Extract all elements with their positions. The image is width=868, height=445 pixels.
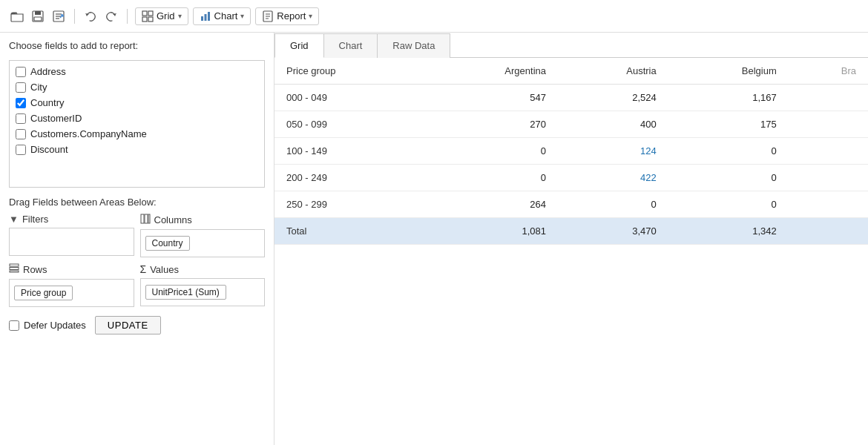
cell-100-149-bra (789, 138, 868, 165)
report-button[interactable]: Report ▾ (255, 7, 319, 25)
columns-area: Columns Country (140, 214, 266, 257)
values-drop-zone[interactable]: UnitPrice1 (Sum) (140, 278, 266, 306)
field-discount-checkbox[interactable] (16, 145, 26, 155)
filters-header: ▼ Filters (9, 214, 134, 225)
save-icon[interactable] (30, 8, 46, 24)
cell-050-099-bra (789, 111, 868, 138)
filters-area: ▼ Filters (9, 214, 134, 257)
cell-100-149-argentina: 0 (424, 138, 558, 165)
redo-icon[interactable] (103, 8, 119, 24)
table-total-row: Total 1,081 3,470 1,342 (274, 218, 868, 245)
svg-rect-22 (10, 264, 19, 266)
chart-button[interactable]: Chart ▾ (193, 7, 251, 25)
separator-2 (127, 9, 128, 24)
cell-total-label: Total (274, 218, 424, 245)
columns-label: Columns (154, 214, 192, 225)
rows-area: Rows Price group (9, 263, 134, 307)
chart-chevron: ▾ (240, 12, 244, 20)
field-country-label: Country (30, 97, 65, 108)
col-header-belgium: Belgium (668, 58, 789, 85)
tab-grid[interactable]: Grid (274, 33, 324, 58)
field-city-label: City (30, 82, 47, 93)
main-area: Choose fields to add to report: Address … (0, 33, 868, 445)
update-button[interactable]: UPDATE (95, 316, 161, 334)
field-companyname[interactable]: Customers.CompanyName (10, 126, 264, 142)
field-companyname-checkbox[interactable] (16, 129, 26, 139)
field-address[interactable]: Address (10, 64, 264, 79)
defer-updates-checkbox[interactable] (9, 320, 19, 331)
cell-050-099-belgium: 175 (668, 111, 789, 138)
right-panel: Grid Chart Raw Data Price group Argentin… (274, 33, 868, 445)
field-customerid-checkbox[interactable] (16, 113, 26, 124)
pivot-table: Price group Argentina Austria Belgium Br… (274, 58, 868, 245)
columns-drop-zone[interactable]: Country (140, 229, 266, 257)
filters-drop-zone[interactable] (9, 228, 134, 256)
defer-updates-label[interactable]: Defer Updates (9, 320, 86, 331)
open-icon[interactable] (9, 8, 25, 24)
fields-list-container: Address City Country CustomerID Customer… (9, 60, 265, 188)
columns-header: Columns (140, 214, 266, 226)
rows-drop-zone[interactable]: Price group (9, 279, 134, 307)
cell-000-049-belgium: 1,167 (668, 85, 789, 111)
cell-200-249-austria: 422 (558, 165, 668, 191)
field-address-label: Address (30, 66, 66, 77)
cell-250-299-austria: 0 (558, 191, 668, 218)
left-panel: Choose fields to add to report: Address … (0, 33, 274, 445)
field-address-checkbox[interactable] (16, 67, 26, 77)
tabs: Grid Chart Raw Data (274, 33, 868, 58)
grid-label: Grid (157, 10, 175, 22)
col-header-argentina: Argentina (424, 58, 558, 85)
bottom-bar: Defer Updates UPDATE (9, 316, 265, 334)
svg-rect-12 (201, 16, 203, 21)
report-label: Report (277, 10, 306, 22)
cell-200-249-bra (789, 165, 868, 191)
cell-000-049-bra (789, 85, 868, 111)
col-header-austria: Austria (558, 58, 668, 85)
cell-000-049-argentina: 547 (424, 85, 558, 111)
choose-fields-label: Choose fields to add to report: (9, 40, 265, 51)
field-customerid[interactable]: CustomerID (10, 111, 264, 126)
rows-icon (9, 263, 19, 276)
cell-250-299-belgium: 0 (668, 191, 789, 218)
values-header: Σ Values (140, 263, 266, 275)
report-chevron: ▾ (309, 12, 312, 20)
tab-rawdata[interactable]: Raw Data (377, 33, 450, 58)
cell-total-austria: 3,470 (558, 218, 668, 245)
field-country[interactable]: Country (10, 95, 264, 111)
values-area: Σ Values UnitPrice1 (Sum) (140, 263, 266, 307)
tab-chart[interactable]: Chart (323, 33, 378, 58)
field-city[interactable]: City (10, 79, 264, 95)
values-icon: Σ (140, 263, 147, 275)
columns-chip-country[interactable]: Country (145, 236, 190, 251)
table-row: 100 - 149 0 124 0 (274, 138, 868, 165)
separator-1 (74, 9, 75, 24)
field-discount[interactable]: Discount (10, 142, 264, 157)
field-customerid-label: CustomerID (30, 113, 82, 124)
field-discount-label: Discount (30, 144, 68, 155)
grid-button[interactable]: Grid ▾ (135, 7, 188, 25)
rows-chip-pricegroup[interactable]: Price group (14, 286, 73, 300)
cell-100-149-belgium: 0 (668, 138, 789, 165)
drag-label: Drag Fields between Areas Below: (9, 197, 265, 208)
field-country-checkbox[interactable] (16, 98, 26, 108)
rows-header: Rows (9, 263, 134, 276)
toolbar: Grid ▾ Chart ▾ Report ▾ (0, 0, 868, 33)
cell-100-149-label: 100 - 149 (274, 138, 424, 165)
svg-rect-20 (145, 214, 148, 223)
svg-rect-2 (35, 11, 41, 15)
table-row: 200 - 249 0 422 0 (274, 165, 868, 191)
export-icon[interactable] (50, 8, 67, 24)
cell-200-249-argentina: 0 (424, 165, 558, 191)
cell-000-049-label: 000 - 049 (274, 85, 424, 111)
columns-icon (140, 214, 151, 226)
undo-icon[interactable] (82, 8, 99, 24)
cell-250-299-argentina: 264 (424, 191, 558, 218)
field-companyname-label: Customers.CompanyName (30, 128, 147, 139)
fields-list: Address City Country CustomerID Customer… (10, 61, 264, 160)
col-header-pricegroup: Price group (274, 58, 424, 85)
chart-label: Chart (214, 10, 238, 22)
values-chip-unitprice[interactable]: UnitPrice1 (Sum) (145, 285, 226, 300)
field-city-checkbox[interactable] (16, 82, 26, 93)
cell-200-249-label: 200 - 249 (274, 165, 424, 191)
filter-icon: ▼ (9, 214, 19, 225)
